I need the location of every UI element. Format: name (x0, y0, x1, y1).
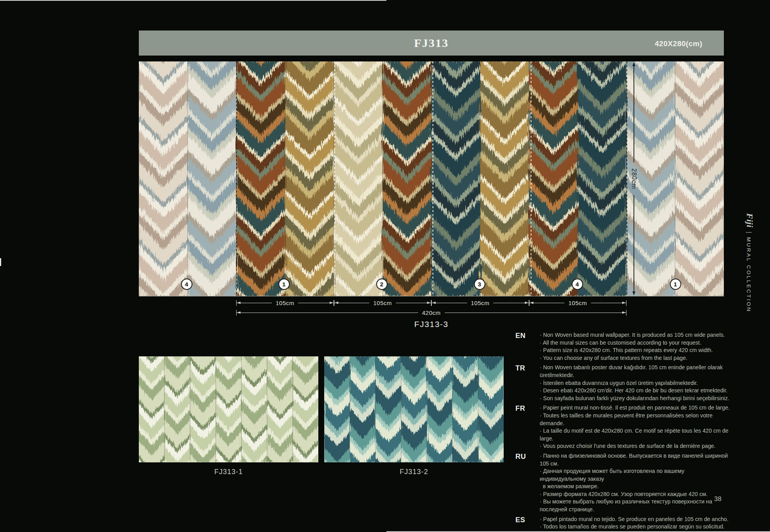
dimension-segment: 105cm (236, 299, 334, 307)
description-line: · Non Woven tabanlı poster duvar kağıdıd… (540, 364, 731, 379)
collection-name: MURAL COLLECTION (746, 237, 752, 313)
language-description-lines: · Papier peint mural non-tissé. Il est p… (540, 404, 731, 450)
panel-number-badge: 1 (670, 279, 681, 290)
variant-2-name-label: FJ313-2 (324, 468, 504, 476)
language-description-lines: · Non Woven based mural wallpaper. It is… (540, 331, 731, 362)
language-description-lines: · Non Woven tabanlı poster duvar kağıdıd… (540, 364, 731, 402)
description-line: · All the mural sizes can be customised … (540, 339, 731, 347)
description-line: · Todos los tamaños de murales se pueden… (540, 523, 731, 531)
divider: | (746, 232, 752, 233)
description-line: · Панно на флизелиновой основе. Выпускае… (540, 452, 731, 467)
panel-number-badge: 4 (181, 279, 192, 290)
description-line: · Son sayfada bulunan farklı yüzey dokul… (540, 395, 731, 403)
language-description-lines: · Панно на флизелиновой основе. Выпускае… (540, 452, 731, 514)
total-width-dimension-row: 420cm (236, 309, 626, 317)
multilingual-description-block: EN· Non Woven based mural wallpaper. It … (515, 331, 731, 532)
product-size-label: 420X280(cm) (655, 40, 702, 48)
panel-width-dimension-row: 105cm105cm105cm105cm (236, 299, 626, 307)
mural-variant-1-preview (139, 356, 318, 462)
panel-separator-dashed-line (626, 61, 627, 296)
language-row-fr: FR· Papier peint mural non-tissé. Il est… (515, 404, 731, 450)
description-line: · Вы можете выбрать любую из различных т… (540, 498, 731, 513)
variant-1-name-label: FJ313-1 (139, 468, 318, 476)
description-line: · Pattern size is 420x280 cm. This patte… (540, 347, 731, 354)
dimension-line (634, 63, 634, 162)
panel-number-badge: 3 (474, 279, 485, 290)
panel-separator-dashed-line (236, 61, 237, 296)
product-header-bar: FJ313 420X280(cm) (139, 31, 724, 56)
description-line: · Vous pouvez choisir l'une des textures… (540, 442, 731, 450)
height-dimension-label: 280cm (630, 168, 637, 189)
panel-separator-dashed-line (433, 61, 433, 296)
dimension-segment: 105cm (529, 299, 627, 307)
language-row-es: ES· Papel pintado mural no tejido. Se pr… (515, 516, 731, 532)
page-edge-line-top (0, 0, 386, 1)
panel-number-badge: 1 (278, 279, 290, 290)
page-number: 38 (714, 495, 722, 503)
brand-name: Fiji (745, 213, 755, 228)
description-line: в желаемом размере. (540, 483, 731, 491)
dimension-label: 105cm (564, 300, 591, 306)
dimension-segment: 105cm (334, 299, 432, 307)
language-row-en: EN· Non Woven based mural wallpaper. It … (515, 331, 731, 362)
description-line: · Данная продукция может быть изготовлен… (540, 467, 731, 483)
language-description-lines: · Papel pintado mural no tejido. Se prod… (540, 516, 731, 532)
arrow-down-icon (632, 291, 635, 295)
height-dimension-280cm: 280cm (630, 61, 638, 296)
dimension-label: 420cm (418, 309, 445, 316)
dimension-segment: 105cm (431, 299, 529, 307)
dimension-label: 105cm (369, 300, 396, 306)
panel-number-badge: 4 (572, 279, 583, 290)
description-line: · La taille du motif est de 420x280 cm. … (540, 427, 731, 442)
mural-variant-2-preview (324, 356, 504, 462)
language-code: EN (515, 331, 540, 362)
description-line: · You can choose any of surface textures… (540, 354, 731, 362)
description-line: · Размер формата 420x280 см. Узор повтор… (540, 491, 731, 498)
language-row-ru: RU· Панно на флизелиновой основе. Выпуск… (515, 452, 731, 514)
language-code: ES (515, 516, 540, 532)
language-code: TR (515, 364, 540, 402)
description-line: · Desen ebatı 420x280 cm'dir. Her 420 cm… (540, 387, 731, 395)
mural-artwork (139, 356, 318, 462)
mural-name-label: FJ313-3 (236, 320, 626, 329)
description-line: · Non Woven based mural wallpaper. It is… (540, 331, 731, 339)
scan-artifact-mark (0, 258, 1, 266)
collection-side-label: Fiji|MURAL COLLECTION (745, 213, 755, 313)
description-line: · Papel pintado mural no tejido. Se prod… (540, 516, 731, 523)
mural-artwork (324, 356, 504, 462)
language-row-tr: TR· Non Woven tabanlı poster duvar kağıd… (515, 364, 731, 402)
language-code: RU (515, 452, 540, 514)
panel-separator-dashed-line (334, 61, 335, 296)
mural-preview-main: 280cm 412341 (139, 61, 724, 297)
panel-separator-dashed-line (531, 61, 531, 296)
description-line: · İstenilen ebatta duvarınıza uygun özel… (540, 379, 731, 387)
product-code-title: FJ313 (139, 36, 724, 50)
panel-number-badge: 2 (376, 279, 388, 290)
dimension-label: 105cm (272, 300, 298, 306)
arrow-up-icon (632, 62, 635, 66)
dimension-segment: 420cm (236, 309, 626, 317)
dimension-line (634, 195, 634, 295)
dimension-label: 105cm (467, 300, 494, 306)
language-code: FR (515, 404, 540, 450)
description-line: · Toutes les tailles de murales peuvent … (540, 412, 731, 427)
description-line: · Papier peint mural non-tissé. Il est p… (540, 404, 731, 412)
